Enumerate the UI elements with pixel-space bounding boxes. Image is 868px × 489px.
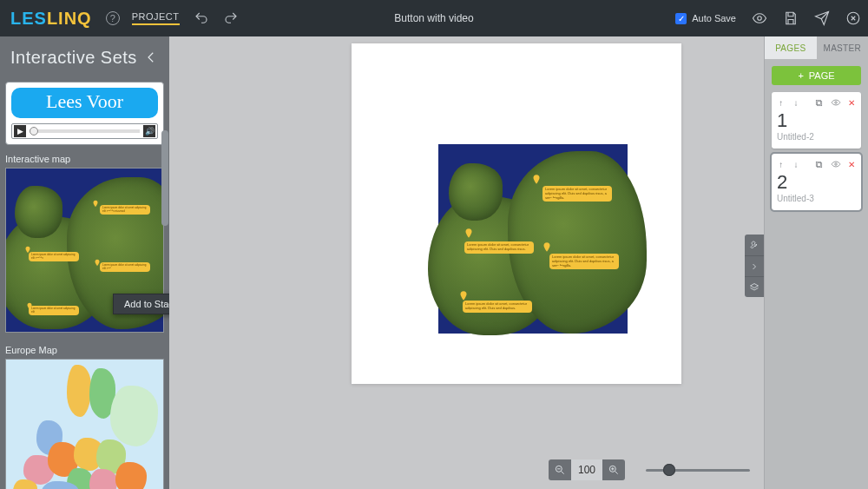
left-panel-title: Interactive Sets: [10, 48, 137, 68]
page-move-down-icon[interactable]: ↓: [792, 97, 799, 108]
page-duplicate-icon[interactable]: [814, 159, 824, 169]
zoom-slider[interactable]: [646, 466, 750, 473]
svg-point-6: [834, 102, 837, 104]
publish-button[interactable]: [814, 10, 830, 26]
autosave-label: Auto Save: [692, 13, 736, 23]
plus-icon: +: [798, 70, 803, 81]
redo-button[interactable]: [223, 10, 239, 26]
artboard[interactable]: Lorem ipsum dolor sit amet, consectetur …: [352, 43, 681, 384]
audio-player[interactable]: ▶ 🔊: [11, 123, 158, 139]
page-move-down-icon[interactable]: ↓: [792, 159, 799, 169]
set-label-interactive-map: Interactive map: [0, 150, 169, 168]
page-move-up-icon[interactable]: ↑: [777, 97, 785, 108]
svg-point-9: [834, 163, 837, 166]
add-page-label: PAGE: [809, 70, 835, 81]
page-visibility-icon[interactable]: [831, 159, 841, 169]
zoom-in-button[interactable]: [602, 459, 625, 480]
preview-button[interactable]: [752, 10, 767, 26]
svg-point-0: [758, 17, 762, 21]
right-panel: PAGES MASTER + PAGE ↑ ↓ ✕ 1 Untitled-2 ↑…: [764, 36, 868, 489]
undo-button[interactable]: [194, 10, 209, 26]
scroll-thumb[interactable]: [161, 130, 168, 226]
zoom-out-button[interactable]: [549, 459, 571, 480]
page-name: Untitled-2: [777, 132, 856, 142]
leesvoor-label: Lees Voor: [11, 88, 158, 118]
page-visibility-icon[interactable]: [831, 97, 841, 108]
project-link[interactable]: PROJECT: [132, 11, 180, 25]
layers-button[interactable]: [745, 276, 764, 297]
svg-rect-4: [817, 101, 821, 105]
help-icon[interactable]: ?: [106, 11, 120, 25]
page-move-up-icon[interactable]: ↑: [777, 159, 785, 169]
volume-icon[interactable]: 🔊: [143, 125, 155, 137]
svg-rect-7: [817, 162, 821, 167]
page-number: 2: [777, 171, 856, 194]
page-delete-icon[interactable]: ✕: [848, 159, 856, 169]
panel-back-button[interactable]: [143, 50, 159, 65]
save-button[interactable]: [783, 10, 799, 26]
audio-track[interactable]: [30, 129, 140, 133]
expand-button[interactable]: [745, 255, 764, 276]
page-number: 1: [777, 109, 856, 132]
tools-button[interactable]: [745, 235, 764, 255]
topbar: LESLINQ ? PROJECT Button with video ✓ Au…: [0, 0, 868, 36]
side-toolbar: [745, 235, 764, 297]
add-page-button[interactable]: + PAGE: [772, 66, 861, 85]
stage[interactable]: Lorem ipsum dolor sit amet, consectetur …: [169, 36, 764, 489]
page-card[interactable]: ↑ ↓ ✕ 1 Untitled-2: [772, 92, 861, 149]
svg-rect-8: [816, 162, 820, 166]
canvas-interactive-map[interactable]: Lorem ipsum dolor sit amet, consectetur …: [438, 144, 628, 334]
close-button[interactable]: [845, 10, 861, 26]
page-duplicate-icon[interactable]: [814, 97, 824, 108]
left-panel-scrollbar[interactable]: [161, 78, 168, 486]
set-item-europe-map[interactable]: [5, 359, 164, 489]
svg-rect-5: [816, 100, 820, 104]
checkbox-icon: ✓: [675, 13, 687, 24]
app-logo: LESLINQ: [10, 9, 92, 29]
set-item-leesvoor[interactable]: Lees Voor ▶ 🔊: [5, 82, 164, 145]
zoom-controls: 100: [549, 459, 625, 480]
page-name: Untitled-3: [777, 194, 856, 203]
page-delete-icon[interactable]: ✕: [848, 97, 856, 108]
zoom-value[interactable]: 100: [571, 459, 602, 480]
set-label-europe-map: Europe Map: [0, 341, 169, 359]
audio-thumb[interactable]: [30, 127, 38, 135]
tab-pages[interactable]: PAGES: [765, 36, 817, 59]
play-icon[interactable]: ▶: [14, 125, 26, 137]
autosave-toggle[interactable]: ✓ Auto Save: [675, 13, 736, 24]
tab-master[interactable]: MASTER: [817, 36, 869, 59]
left-panel: Interactive Sets Lees Voor ▶ 🔊 Interacti…: [0, 36, 169, 489]
zoom-slider-knob[interactable]: [663, 464, 675, 476]
page-card[interactable]: ↑ ↓ ✕ 2 Untitled-3: [772, 154, 861, 210]
